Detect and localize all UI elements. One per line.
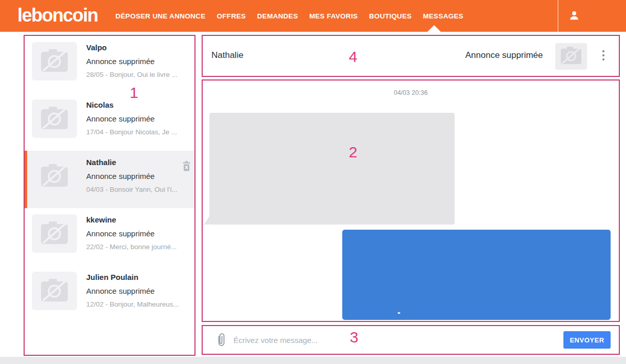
conversation-preview: 17/04 - Bonjour Nicolas, Je ...: [86, 128, 189, 136]
chat-listing-status: Annonce supprimée: [465, 50, 543, 60]
no-photo-camera-icon: [41, 49, 68, 74]
message-bubble-received: [209, 113, 455, 225]
conversation-preview: 04/03 - Bonsoir Yann, Oui l'i...: [86, 186, 189, 193]
nav-boutiques[interactable]: BOUTIQUES: [369, 12, 412, 20]
conversation-name: Nicolas: [86, 100, 189, 109]
nav-mes-favoris[interactable]: MES FAVORIS: [309, 12, 358, 20]
attachment-paperclip-icon[interactable]: [216, 332, 226, 348]
conversation-list-panel: Valpo Annonce supprimée 28/05 - Bonjour,…: [24, 35, 195, 356]
conversation-name: kkewine: [86, 215, 189, 224]
conversation-item-nathalie[interactable]: Nathalie Annonce supprimée 04/03 - Bonso…: [25, 151, 194, 208]
annotation-number-1: 1: [130, 84, 139, 102]
main-nav: DÉPOSER UNE ANNONCE OFFRES DEMANDES MES …: [115, 0, 463, 32]
no-photo-camera-icon: [561, 47, 581, 66]
leboncoin-logo[interactable]: leboncoin: [17, 5, 98, 26]
leboncoin-messages-page: leboncoin DÉPOSER UNE ANNONCE OFFRES DEM…: [0, 0, 626, 364]
chat-options-menu-icon[interactable]: [601, 49, 605, 62]
annotation-number-2: 2: [349, 144, 358, 161]
chat-contact-name: Nathalie: [211, 50, 243, 60]
no-photo-camera-icon: [41, 107, 68, 131]
conversation-item-kkewine[interactable]: kkewine Annonce supprimée 22/02 - Merci,…: [25, 208, 194, 266]
top-navigation-bar: leboncoin DÉPOSER UNE ANNONCE OFFRES DEM…: [0, 0, 626, 32]
no-photo-camera-icon: [41, 279, 68, 304]
message-timestamp: 04/03 20:36: [203, 89, 619, 96]
conversation-subject: Annonce supprimée: [86, 172, 189, 180]
conversation-preview: 22/02 - Merci, bonne journé...: [86, 243, 189, 251]
conversation-name: Valpo: [86, 43, 189, 52]
chat-listing-thumbnail: [555, 43, 587, 70]
listing-thumbnail: [32, 214, 77, 253]
annotation-number-3: 3: [350, 329, 359, 346]
send-button[interactable]: ENVOYER: [563, 331, 611, 349]
conversation-preview: 12/02 - Bonjour, Malheureus...: [86, 300, 189, 308]
conversation-item-valpo[interactable]: Valpo Annonce supprimée 28/05 - Bonjour,…: [25, 36, 194, 93]
conversation-subject: Annonce supprimée: [86, 57, 189, 66]
delete-conversation-icon[interactable]: [182, 161, 191, 171]
listing-thumbnail: [32, 99, 77, 138]
nav-messages[interactable]: MESSAGES: [423, 12, 463, 20]
message-composer-panel: ENVOYER: [202, 325, 620, 355]
conversation-name: Nathalie: [86, 158, 189, 167]
conversation-name: Julien Poulain: [86, 273, 189, 281]
page-bottom-background: [0, 357, 626, 364]
nav-demandes[interactable]: DEMANDES: [257, 12, 298, 20]
message-bubble-sent: [342, 230, 611, 320]
conversation-subject: Annonce supprimée: [86, 114, 189, 123]
header-divider: [558, 0, 558, 32]
listing-thumbnail: [32, 157, 77, 195]
conversation-subject: Annonce supprimée: [86, 229, 189, 238]
account-button[interactable]: [566, 9, 582, 24]
chat-messages-panel: 04/03 20:36: [202, 79, 620, 322]
conversation-item-nicolas[interactable]: Nicolas Annonce supprimée 17/04 - Bonjou…: [25, 93, 194, 151]
no-photo-camera-icon: [41, 221, 68, 246]
active-tab-notch: [427, 25, 441, 32]
conversation-preview: 28/05 - Bonjour, Oui le livre ...: [86, 71, 189, 78]
person-icon: [569, 10, 580, 23]
listing-thumbnail: [32, 272, 77, 310]
conversation-subject: Annonce supprimée: [86, 287, 189, 295]
nav-offres[interactable]: OFFRES: [217, 12, 246, 20]
conversation-item-julien-poulain[interactable]: Julien Poulain Annonce supprimée 12/02 -…: [25, 266, 194, 323]
nav-deposer-une-annonce[interactable]: DÉPOSER UNE ANNONCE: [115, 12, 205, 20]
listing-thumbnail: [32, 42, 77, 80]
annotation-number-4: 4: [349, 48, 358, 66]
chat-header-panel: Nathalie Annonce supprimée: [202, 35, 620, 77]
no-photo-camera-icon: [41, 164, 68, 189]
message-text-remnant: [398, 312, 400, 314]
message-input[interactable]: [233, 336, 563, 345]
